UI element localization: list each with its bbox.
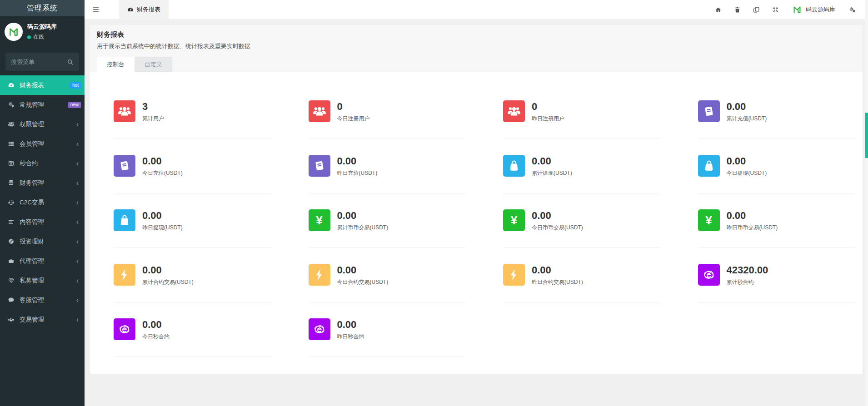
stat-body: 0.00累计合约交易(USDT) [142,264,194,286]
new-badge: new [68,102,81,108]
sidebar-toggle-button[interactable] [85,0,107,19]
users-icon [6,121,15,128]
bolt-icon [309,264,330,286]
stat-card: ¥0.00累计币币交易(USDT) [309,193,466,248]
menu-search [5,53,79,71]
sidebar-item-finance-manage[interactable]: 财务管理‹ [0,173,85,193]
stat-body: 0.00昨日充值(USDT) [337,155,378,177]
users-icon [114,100,135,122]
stat-value: 0 [532,100,564,112]
stat-card: 0.00昨日提现(USDT) [114,193,271,248]
stat-value: 0.00 [727,100,767,112]
scrollbar-track [865,0,868,406]
stat-value: 0.00 [337,318,364,330]
swirl-e-icon [698,264,720,286]
stat-label: 今日秒合约 [142,333,170,341]
stat-card: 42320.00累计秒合约 [698,248,856,302]
sidebar-item-private-fund-manage[interactable]: 私募管理‹ [0,271,85,290]
sidebar-item-label: 会员管理 [20,140,44,148]
copy-button[interactable] [747,0,766,19]
online-dot-icon [27,35,31,39]
align-left-icon [6,218,15,225]
tab-console[interactable]: 控制台 [97,57,135,72]
stat-value: 0.00 [337,209,389,221]
stat-card: 0.00今日合约交易(USDT) [309,248,466,302]
sidebar-item-c2c-trade[interactable]: C2C交易‹ [0,193,85,212]
database-icon [6,179,15,186]
calendar-times-icon [6,160,15,167]
stat-value: 0.00 [142,155,183,166]
stat-body: 42320.00累计秒合约 [727,264,768,286]
logo-m-icon [8,26,20,38]
sidebar-item-member-manage[interactable]: 会员管理‹ [0,134,85,153]
stat-label: 今日币币交易(USDT) [532,224,583,232]
open-tab-finance-report[interactable]: 财务报表 [119,0,169,19]
home-button[interactable] [708,0,728,19]
stat-label: 今日充值(USDT) [142,169,183,177]
cogs-icon [6,101,15,108]
stat-value: 42320.00 [727,264,768,275]
stat-value: 0.00 [727,209,778,221]
stat-card: ¥0.00昨日币币交易(USDT) [698,193,856,248]
finance-report-card: 财务报表 用于展示当前系统中的统计数据、统计报表及重要实时数据 控制台自定义 3… [90,25,863,374]
user-panel: 码云源码库 在线 [0,16,85,47]
stat-label: 累计用户 [142,115,164,123]
logo-m-icon [792,5,802,15]
stat-label: 昨日合约交易(USDT) [532,278,583,286]
user-info: 码云源码库 在线 [27,23,57,41]
sidebar-item-content-manage[interactable]: 内容管理‹ [0,212,85,232]
sidebar-item-finance-report[interactable]: 财务报表hot [0,75,85,95]
sidebar-item-general-manage[interactable]: 常规管理new [0,95,85,114]
sidebar-item-label: 权限管理 [20,120,44,129]
sidebar-item-agent-manage[interactable]: 代理管理‹ [0,251,85,271]
stat-label: 昨日注册用户 [532,115,564,123]
chevron-left-icon: ‹ [76,121,79,128]
chevron-left-icon: ‹ [76,316,79,323]
stat-value: 0.00 [727,155,767,166]
search-input[interactable] [11,59,67,65]
balance-scale-icon [6,199,15,206]
stat-label: 累计合约交易(USDT) [142,278,194,286]
trash-button[interactable] [728,0,747,19]
stat-body: 0.00昨日秒合约 [337,318,364,341]
brand[interactable]: 码云源码库 [792,5,835,15]
scrollbar-thumb[interactable] [865,113,868,158]
yen-icon: ¥ [698,209,720,231]
stat-label: 累计提现(USDT) [532,169,572,177]
expand-icon [772,6,779,13]
stat-card: 0.00累计提现(USDT) [503,139,661,193]
chevron-left-icon: ‹ [76,257,79,265]
card-head: 财务报表 用于展示当前系统中的统计数据、统计报表及重要实时数据 控制台自定义 [90,25,863,72]
trash-icon [734,6,741,13]
stat-body: 0.00昨日币币交易(USDT) [727,209,778,232]
sidebar-item-trade-manage[interactable]: 交易管理‹ [0,310,85,329]
stat-card: 0.00昨日合约交易(USDT) [503,248,661,302]
sidebar-item-invest-manage[interactable]: 投资理财‹ [0,232,85,251]
tab-custom[interactable]: 自定义 [135,57,172,72]
home-icon [715,6,722,13]
settings-button[interactable] [843,0,862,19]
stat-value: 0.00 [532,209,583,221]
sidebar-item-label: 私募管理 [20,277,44,285]
gem-icon [6,277,15,284]
stat-value: 0.00 [532,264,583,275]
sidebar-item-seconds-contract[interactable]: 秒合约‹ [0,153,85,173]
swirl-e-icon [114,318,135,340]
stat-label: 昨日币币交易(USDT) [727,224,778,232]
sidebar-item-label: 财务管理 [20,179,44,187]
user-status: 在线 [27,33,57,41]
sidebar-item-label: 客服管理 [20,296,44,304]
chevron-left-icon: ‹ [76,179,79,187]
stat-value: 0 [337,100,370,112]
stat-card: 0.00今日秒合约 [114,302,271,357]
sidebar-item-service-manage[interactable]: 客服管理‹ [0,290,85,310]
circle-slash-icon [6,238,15,245]
stat-value: 3 [142,100,164,112]
stat-body: 0.00今日合约交易(USDT) [337,264,389,286]
chevron-left-icon: ‹ [76,297,79,304]
brand-label: 码云源码库 [806,5,835,14]
sidebar-item-permission-manage[interactable]: 权限管理‹ [0,114,85,134]
stat-value: 0.00 [337,264,389,275]
tachometer-icon [6,82,15,89]
expand-button[interactable] [766,0,785,19]
